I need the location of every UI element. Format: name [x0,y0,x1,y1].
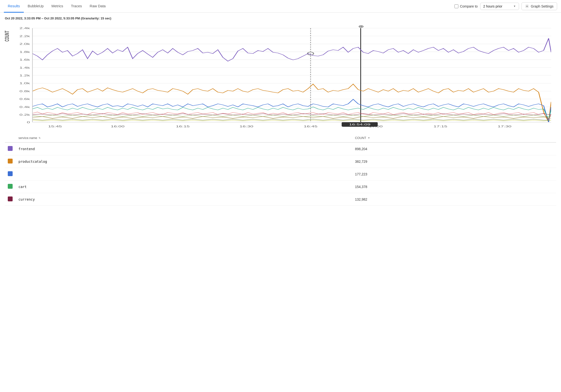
row-swatch-cell [5,193,16,206]
color-swatch [8,171,13,176]
svg-text:0.8k: 0.8k [19,90,30,93]
row-swatch-cell [5,155,16,168]
table-row: productcatalog 382,729 [5,155,556,168]
compare-dropdown[interactable]: 2 hours prior ▼ [480,3,519,10]
svg-text:17:15: 17:15 [433,125,447,128]
sort-icon-service: ⇅ [39,137,41,139]
table-row: currency 132,982 [5,193,556,206]
compare-checkbox-wrap[interactable]: Compare to [454,4,477,8]
svg-text:2.2k: 2.2k [19,34,30,38]
svg-text:2.4k: 2.4k [19,27,30,30]
svg-text:1.4k: 1.4k [19,66,30,69]
count-value-cell: 898,204 [352,142,556,155]
table-section: service.name ⇅ COUNT ▼ frontend 898,204 [0,130,561,210]
svg-text:0: 0 [27,121,30,124]
svg-text:1.0k: 1.0k [19,82,30,85]
svg-text:1.6k: 1.6k [19,58,30,61]
chevron-down-icon: ▼ [513,5,516,8]
y-axis-label: COUNT [5,31,10,42]
svg-point-0 [527,6,528,7]
svg-text:0.2k: 0.2k [19,113,30,117]
color-swatch [8,159,13,163]
compare-area: Compare to 2 hours prior ▼ Graph Setting… [454,2,557,10]
service-name-cell: currency [16,193,352,206]
table-row: frontend 898,204 [5,142,556,155]
tab-results[interactable]: Results [4,0,24,13]
compare-label: Compare to [460,4,477,8]
compare-dropdown-value: 2 hours prior [483,4,503,8]
table-row: cart 154,378 [5,180,556,193]
chart-svg: COUNT 2.4k 2.2k 2 [5,23,556,130]
svg-text:16:00: 16:00 [111,125,124,128]
sort-icon-count: ▼ [368,137,370,139]
compare-checkbox[interactable] [454,4,458,8]
graph-settings-button[interactable]: Graph Settings [521,2,557,10]
color-swatch [8,196,13,201]
svg-text:⊕: ⊕ [358,24,364,28]
row-swatch-cell [5,180,16,193]
tab-rawdata[interactable]: Raw Data [86,0,110,13]
service-name-cell: productcatalog [16,155,352,168]
svg-text:0.4k: 0.4k [19,106,30,109]
svg-text:1.2k: 1.2k [19,74,30,77]
data-table: service.name ⇅ COUNT ▼ frontend 898,204 [5,134,556,206]
svg-text:17:30: 17:30 [498,125,511,128]
row-swatch-cell [5,142,16,155]
table-row: 177,223 [5,168,556,180]
row-swatch-cell [5,168,16,180]
color-swatch [8,146,13,151]
count-value-cell: 177,223 [352,168,556,180]
svg-text:16:45: 16:45 [304,125,318,128]
service-name-cell: cart [16,180,352,193]
time-range-label: Oct 20 2022, 3:33:05 PM – Oct 20 2022, 5… [5,17,556,20]
color-swatch [8,184,13,189]
tabs-bar: Results BubbleUp Metrics Traces Raw Data… [0,0,561,13]
chart-container: COUNT 2.4k 2.2k 2 [5,23,556,130]
service-name-cell [16,168,352,180]
tab-metrics[interactable]: Metrics [48,0,67,13]
count-value-cell: 382,729 [352,155,556,168]
chart-section: Oct 20 2022, 3:33:05 PM – Oct 20 2022, 5… [0,13,561,130]
tab-traces[interactable]: Traces [67,0,86,13]
col-header-service[interactable]: service.name ⇅ [16,134,352,142]
svg-text:1.8k: 1.8k [19,50,30,53]
col-header-count[interactable]: COUNT ▼ [352,134,556,142]
count-value-cell: 132,982 [352,193,556,206]
svg-text:2.0k: 2.0k [19,42,30,46]
tab-bubbleup[interactable]: BubbleUp [24,0,48,13]
svg-text:16:54:09: 16:54:09 [349,123,370,126]
graph-settings-label: Graph Settings [531,4,553,8]
svg-text:0.6k: 0.6k [19,97,30,101]
count-value-cell: 154,378 [352,180,556,193]
svg-text:16:15: 16:15 [176,125,190,128]
svg-text:15:45: 15:45 [48,125,62,128]
svg-text:16:30: 16:30 [239,125,253,128]
gear-icon [525,4,529,8]
service-name-cell: frontend [16,142,352,155]
